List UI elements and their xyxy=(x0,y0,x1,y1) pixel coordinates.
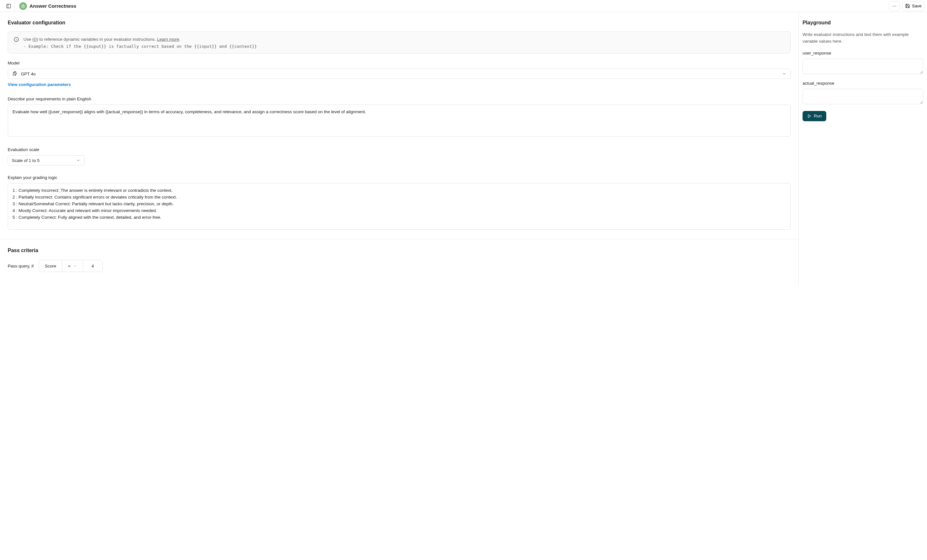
info-main-text: Use {{}} to reference dynamic variables … xyxy=(23,37,157,42)
svg-marker-13 xyxy=(14,73,16,75)
main-columns: Evaluator configuration Use {{}} to refe… xyxy=(0,12,927,285)
svg-point-8 xyxy=(894,5,895,6)
section-divider xyxy=(0,239,798,239)
info-main-line: Use {{}} to reference dynamic variables … xyxy=(23,36,257,42)
playground-field-user-response: user_response xyxy=(802,51,923,75)
info-icon-wrap xyxy=(13,36,20,42)
info-banner: Use {{}} to reference dynamic variables … xyxy=(8,32,791,53)
pass-operator-select[interactable]: = xyxy=(62,260,83,272)
run-button[interactable]: Run xyxy=(802,111,826,121)
requirements-section: Describe your requirements in plain Engl… xyxy=(8,97,791,138)
model-select-left: GPT 4o xyxy=(12,71,36,77)
scale-select[interactable]: Scale of 1 to 5 xyxy=(8,155,85,165)
pass-field-value: Score xyxy=(45,264,56,269)
pass-value-text: 4 xyxy=(91,264,94,269)
user-response-input[interactable] xyxy=(802,59,923,74)
config-section-title: Evaluator configuration xyxy=(8,20,791,26)
info-text-block: Use {{}} to reference dynamic variables … xyxy=(23,36,257,49)
playground-field-actual-response: actual_response xyxy=(802,81,923,105)
page-header: Answer Correctness Save xyxy=(0,0,927,12)
svg-point-7 xyxy=(893,5,893,6)
info-example-line: - Example: Check if the {{ouput}} is fac… xyxy=(23,44,257,49)
save-icon xyxy=(905,3,910,8)
evaluator-app-icon xyxy=(19,2,27,10)
requirements-textarea[interactable] xyxy=(8,105,791,137)
chevron-down-icon xyxy=(782,71,787,76)
info-period: . xyxy=(179,37,181,42)
configuration-column: Evaluator configuration Use {{}} to refe… xyxy=(0,12,799,285)
play-icon xyxy=(807,114,812,118)
ellipsis-icon xyxy=(892,3,897,9)
page-title: Answer Correctness xyxy=(29,3,76,9)
svg-rect-0 xyxy=(7,4,11,8)
playground-section-title: Playground xyxy=(802,20,923,26)
logic-section: Explain your grading logic xyxy=(8,175,791,231)
pass-operator-value: = xyxy=(68,264,71,269)
more-options-button[interactable] xyxy=(889,1,900,11)
pass-query-label: Pass query, if xyxy=(8,264,34,269)
playground-column: Playground Write evaluator instructions … xyxy=(799,12,927,285)
logic-label: Explain your grading logic xyxy=(8,175,791,180)
logic-textarea[interactable] xyxy=(8,183,791,230)
svg-point-9 xyxy=(895,5,896,6)
actual-response-input[interactable] xyxy=(802,89,923,104)
scale-section: Evaluation scale Scale of 1 to 5 xyxy=(8,147,791,165)
info-circle-icon xyxy=(14,36,19,42)
pass-section-title: Pass criteria xyxy=(8,247,791,253)
chevron-down-icon xyxy=(73,264,77,268)
model-select[interactable]: GPT 4o xyxy=(8,69,791,79)
user-response-label: user_response xyxy=(802,51,923,56)
openai-logo-icon xyxy=(12,71,18,77)
header-left-group: Answer Correctness xyxy=(3,0,76,12)
playground-description: Write evaluator instructions and test th… xyxy=(802,32,923,45)
save-button-label: Save xyxy=(912,3,922,8)
chevron-down-icon xyxy=(76,158,81,162)
scale-select-value: Scale of 1 to 5 xyxy=(12,158,40,163)
svg-point-3 xyxy=(23,6,23,6)
svg-point-4 xyxy=(23,6,24,6)
pass-value-input[interactable]: 4 xyxy=(83,260,102,272)
view-config-params-link[interactable]: View configuration parameters xyxy=(8,82,71,87)
header-right-group: Save xyxy=(889,1,924,11)
svg-marker-14 xyxy=(808,114,811,117)
pass-criteria-group: Score = 4 xyxy=(39,260,103,272)
robot-icon xyxy=(21,4,25,8)
pass-criteria-row: Pass query, if Score = 4 xyxy=(8,260,791,272)
sidebar-toggle-button[interactable] xyxy=(3,0,15,12)
panel-left-icon xyxy=(6,3,11,9)
save-button[interactable]: Save xyxy=(902,1,924,11)
scale-label: Evaluation scale xyxy=(8,147,791,152)
model-label: Model xyxy=(8,61,791,65)
actual-response-label: actual_response xyxy=(802,81,923,86)
model-select-value: GPT 4o xyxy=(21,71,36,76)
pass-field-select[interactable]: Score xyxy=(39,260,62,272)
model-section: Model GPT 4o View configuration paramete… xyxy=(8,61,791,87)
requirements-label: Describe your requirements in plain Engl… xyxy=(8,97,791,101)
info-learn-more-link[interactable]: Learn more xyxy=(157,37,179,42)
run-button-label: Run xyxy=(814,114,822,118)
